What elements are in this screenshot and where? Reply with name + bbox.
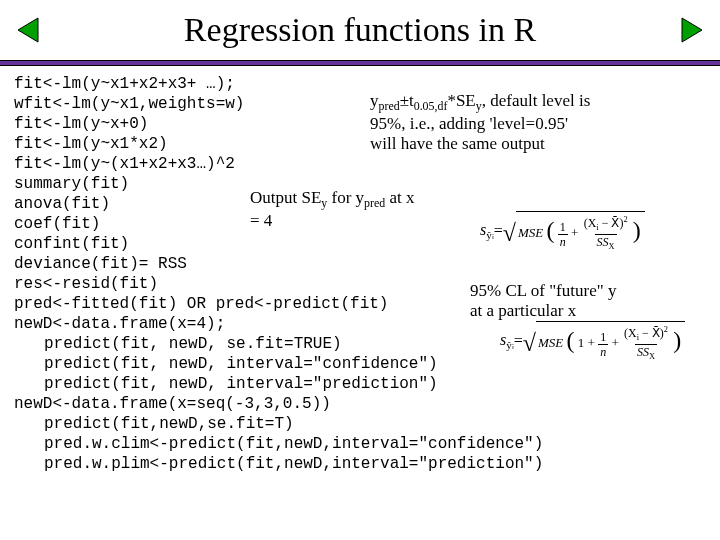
page-title: Regression functions in R (184, 11, 536, 49)
code-line: newD<-data.frame(x=seq(-3,3,0.5)) (14, 394, 706, 414)
formula-se-fitted: sŷᵢ = √ MSE ( 1 n + (Xi − X̄)2 SSX ) (480, 211, 645, 252)
code-line: pred.w.clim<-predict(fit,newD,interval="… (14, 434, 706, 454)
annotation-output-se: Output SEy for ypred at x = 4 (250, 188, 480, 231)
annotation-level: ypred±t0.05,df*SEy, default level is 95%… (370, 91, 650, 154)
code-line: fit<-lm(y~(x1+x2+x3…)^2 (14, 154, 706, 174)
code-line: predict(fit,newD,se.fit=T) (14, 414, 706, 434)
formula-se-prediction: sŷᵢ = √ MSE ( 1 + 1 n + (Xi − X̄)2 SSX ) (500, 321, 685, 362)
code-line: pred.w.plim<-predict(fit,newD,interval="… (14, 454, 706, 474)
svg-marker-0 (18, 18, 38, 42)
next-icon[interactable] (676, 14, 708, 46)
svg-marker-1 (682, 18, 702, 42)
annotation-future-y: 95% CL of "future" y at a particular x (470, 281, 690, 322)
prev-icon[interactable] (12, 14, 44, 46)
code-line: deviance(fit)= RSS (14, 254, 706, 274)
code-line: predict(fit, newD, interval="prediction"… (14, 374, 706, 394)
slide-body: fit<-lm(y~x1+x2+x3+ …); wfit<-lm(y~x1,we… (0, 66, 720, 482)
